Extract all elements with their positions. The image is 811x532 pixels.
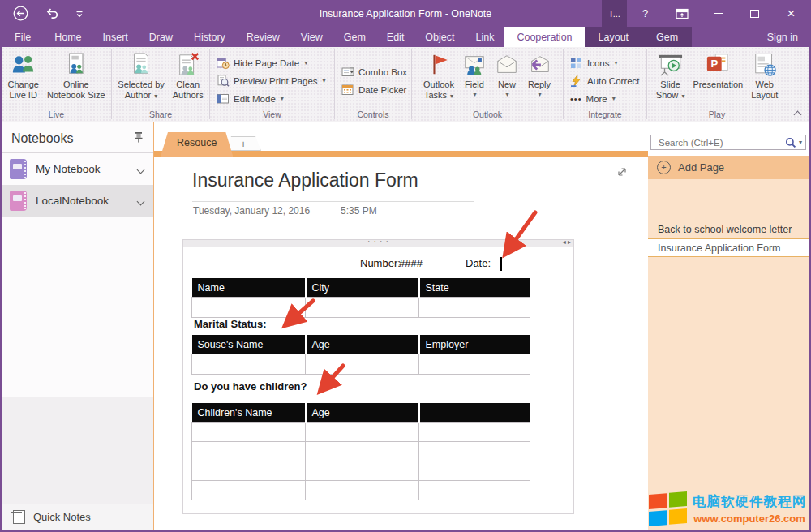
search-input[interactable] bbox=[657, 137, 785, 148]
tab-object[interactable]: Object bbox=[414, 27, 465, 47]
help-button[interactable]: ? bbox=[627, 0, 663, 27]
tab-home[interactable]: Home bbox=[44, 27, 92, 47]
chevron-down-icon[interactable] bbox=[138, 195, 144, 207]
minimize-button[interactable] bbox=[700, 0, 736, 27]
quick-access-toolbar-dropdown[interactable] bbox=[75, 9, 84, 19]
col-header-name: Name bbox=[192, 278, 306, 298]
red-flag-icon bbox=[427, 53, 451, 77]
tab-edit[interactable]: Edit bbox=[376, 27, 415, 47]
empty-row[interactable] bbox=[192, 442, 530, 461]
tab-gem-2[interactable]: Gem bbox=[642, 27, 692, 47]
close-button[interactable]: × bbox=[773, 0, 809, 27]
windows-logo-icon bbox=[649, 491, 687, 526]
web-layout-button[interactable]: Web Layout bbox=[747, 50, 782, 101]
preview-print-pages-button[interactable]: Preview Print Pages ▾ bbox=[217, 75, 326, 88]
add-page-button[interactable]: + Add Page bbox=[648, 156, 809, 179]
outline-drag-handle[interactable]: · · · · ◂ ▸ bbox=[183, 240, 573, 247]
page-time: 5:35 PM bbox=[341, 205, 377, 217]
new-section-tab-button[interactable]: + bbox=[225, 136, 261, 151]
sign-in-button[interactable]: Sign in bbox=[756, 27, 809, 47]
pin-pane-button[interactable] bbox=[134, 131, 144, 146]
empty-row[interactable] bbox=[192, 298, 530, 318]
maximize-button[interactable] bbox=[736, 0, 773, 27]
title-bar: Insurance Application Form - OneNote T..… bbox=[2, 0, 809, 27]
dropdown-arrow-icon: ▾ bbox=[681, 92, 684, 100]
empty-row[interactable] bbox=[192, 481, 530, 500]
online-notebook-size-button[interactable]: Online Notebook Size bbox=[43, 50, 109, 101]
notebooks-pane-title: Notebooks bbox=[11, 131, 74, 146]
tab-gem[interactable]: Gem bbox=[333, 27, 376, 47]
addin-tab-group: Layout Gem bbox=[585, 27, 693, 47]
notebooks-sidebar: Notebooks My Notebook LocalNotebook bbox=[2, 122, 154, 530]
icons-button[interactable]: Icons ▾ bbox=[570, 57, 618, 70]
number-label: Number: bbox=[360, 257, 401, 269]
field-envelope-icon bbox=[462, 53, 487, 77]
back-button[interactable] bbox=[13, 6, 28, 21]
person-table[interactable]: Name City State bbox=[191, 278, 530, 318]
more-button[interactable]: ••• More ▾ bbox=[570, 92, 616, 105]
notebook-item-my-notebook[interactable]: My Notebook bbox=[2, 153, 153, 185]
collapse-ribbon-button[interactable] bbox=[793, 110, 801, 117]
col-header-spouse-name: Souse's Name bbox=[192, 335, 306, 354]
edit-mode-button[interactable]: Edit Mode ▾ bbox=[217, 92, 284, 105]
selected-by-author-button[interactable]: Selected by Author ▾ bbox=[114, 50, 168, 103]
auto-correct-button[interactable]: Auto Correct bbox=[570, 75, 640, 88]
resize-arrows-icon: ◂ ▸ bbox=[563, 238, 571, 246]
change-live-id-button[interactable]: Change Live ID bbox=[3, 50, 43, 101]
hide-page-date-button[interactable]: Hide Page Date ▾ bbox=[217, 57, 307, 70]
presentation-button[interactable]: P Presentation bbox=[689, 50, 747, 92]
tab-insert[interactable]: Insert bbox=[92, 27, 139, 47]
quick-notes-button[interactable]: Quick Notes bbox=[2, 504, 153, 530]
empty-row[interactable] bbox=[192, 354, 530, 375]
tell-me-button[interactable]: T... bbox=[602, 0, 627, 27]
tab-cooperation-active[interactable]: Cooperation bbox=[504, 27, 584, 47]
notebook-icon bbox=[10, 159, 27, 179]
new-mail-button[interactable]: New ▾ bbox=[491, 50, 523, 101]
reply-button[interactable]: Reply ▾ bbox=[523, 50, 556, 101]
col-header-children-age: Age bbox=[306, 403, 419, 423]
customize-toolbar-icon bbox=[75, 9, 84, 19]
combo-box-button[interactable]: Combo Box bbox=[341, 66, 407, 79]
page-list-item[interactable]: Back to school welcome letter bbox=[648, 221, 809, 238]
tab-link[interactable]: Link bbox=[466, 27, 505, 47]
section-tab-resouce[interactable]: Resouce bbox=[161, 132, 233, 157]
slide-show-button[interactable]: Slide Show ▾ bbox=[652, 50, 689, 103]
page-red-x-icon bbox=[176, 53, 200, 77]
tab-review[interactable]: Review bbox=[236, 27, 290, 47]
date-picker-button[interactable]: Date Picker bbox=[341, 84, 406, 97]
tab-history[interactable]: History bbox=[183, 27, 236, 47]
lightning-icon bbox=[570, 75, 583, 88]
empty-row[interactable] bbox=[192, 423, 530, 442]
ribbon-group-view: Hide Page Date ▾ Preview Print Pages ▾ bbox=[210, 47, 334, 122]
watermark-site-url: www.computer26.com bbox=[693, 513, 805, 525]
group-label-live: Live bbox=[2, 109, 111, 122]
children-table[interactable]: Children's Name Age bbox=[191, 403, 530, 500]
outlook-tasks-button[interactable]: Outlook Tasks ▾ bbox=[419, 50, 458, 103]
field-button[interactable]: Field ▾ bbox=[458, 50, 491, 101]
page-list-item-selected[interactable]: Insurance Application Form bbox=[648, 238, 809, 257]
chevron-down-icon[interactable] bbox=[138, 163, 144, 175]
spouse-table[interactable]: Souse's Name Age Employer bbox=[191, 335, 530, 375]
combo-box-icon bbox=[341, 66, 354, 79]
note-outline-container[interactable]: · · · · ◂ ▸ Number: #### Date: Name City… bbox=[182, 239, 574, 514]
calendar-clock-icon bbox=[217, 57, 230, 70]
search-scope-dropdown[interactable]: ▾ bbox=[799, 139, 802, 146]
notebook-item-local-notebook[interactable]: LocalNotebook bbox=[2, 185, 153, 217]
search-box[interactable]: ▾ bbox=[650, 135, 806, 150]
tab-view[interactable]: View bbox=[290, 27, 333, 47]
undo-button[interactable] bbox=[45, 7, 58, 19]
expand-page-icon[interactable] bbox=[616, 166, 628, 181]
tab-draw[interactable]: Draw bbox=[139, 27, 183, 47]
dropdown-arrow-icon: ▾ bbox=[473, 90, 476, 101]
slide-show-icon bbox=[658, 53, 684, 77]
number-value[interactable]: #### bbox=[399, 257, 423, 269]
tab-file[interactable]: File bbox=[2, 27, 44, 47]
dropdown-arrow-icon: ▾ bbox=[505, 90, 508, 101]
clean-authors-button[interactable]: Clean Authors bbox=[169, 50, 208, 101]
tab-layout[interactable]: Layout bbox=[585, 27, 643, 47]
page-title[interactable]: Insurance Application Form bbox=[192, 169, 474, 202]
search-icon[interactable] bbox=[785, 137, 796, 148]
group-label-outlook: Outlook bbox=[412, 109, 563, 122]
ribbon-display-options-button[interactable] bbox=[663, 0, 700, 27]
empty-row[interactable] bbox=[192, 461, 530, 481]
